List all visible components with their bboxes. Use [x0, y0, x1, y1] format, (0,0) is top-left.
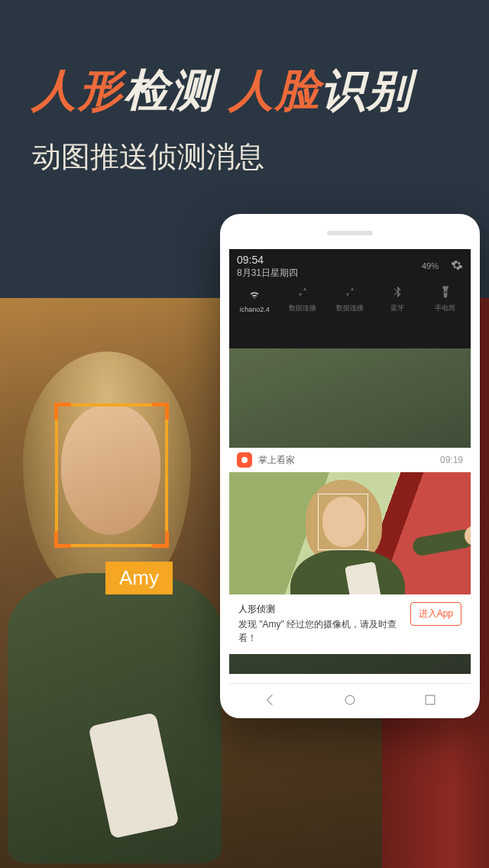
qs-bluetooth[interactable]: 蓝牙 [374, 285, 421, 313]
notification-card[interactable]: 掌上看家 09:19 人形侦测 发现 "Amy" 经过您的摄像机，请及时查看！ … [229, 448, 471, 654]
phone-mockup: 09:54 8月31日星期四 49% ichano2.4 [220, 214, 480, 718]
roaming-icon [343, 285, 357, 300]
qs-bluetooth-label: 蓝牙 [390, 303, 404, 313]
qs-flashlight[interactable]: 手电筒 [422, 285, 469, 313]
quick-settings-row: ichano2.4 数据连接 数据连接 蓝牙 手电筒 [229, 280, 471, 319]
face-detection-box [55, 403, 168, 547]
headline-word-1: 人形 [32, 65, 124, 115]
qs-data-label: 数据连接 [289, 303, 316, 313]
android-nav-bar [229, 683, 471, 718]
bluetooth-icon [390, 285, 404, 300]
headline-word-2: 检测 [124, 65, 215, 115]
status-time: 09:54 [237, 254, 298, 267]
data-icon [296, 285, 309, 300]
battery-percent: 49% [422, 261, 439, 270]
qs-wifi-label: ichano2.4 [240, 306, 270, 313]
phone-screen: 09:54 8月31日星期四 49% ichano2.4 [229, 249, 471, 674]
flashlight-icon [439, 285, 452, 300]
svg-point-3 [345, 695, 355, 704]
qs-roaming-label: 数据连接 [336, 303, 364, 313]
subject-graphic: Amy [0, 321, 237, 868]
notification-time: 09:19 [440, 455, 463, 465]
qs-roaming[interactable]: 数据连接 [326, 285, 374, 313]
notification-shade[interactable]: 09:54 8月31日星期四 49% ichano2.4 [229, 249, 471, 348]
notification-body: 发现 "Amy" 经过您的摄像机，请及时查看！ [238, 617, 403, 645]
notification-image [229, 472, 471, 594]
nav-recent-button[interactable] [423, 692, 438, 711]
qs-flashlight-label: 手电筒 [435, 303, 455, 313]
qs-wifi[interactable]: ichano2.4 [231, 287, 278, 313]
gear-icon[interactable] [451, 259, 463, 273]
notification-title: 人形侦测 [238, 602, 403, 616]
nav-home-button[interactable] [342, 692, 358, 711]
status-date: 8月31日星期四 [237, 267, 298, 279]
headline-word-4: 识别 [321, 65, 413, 115]
headline: 人形检测 人脸识别 [32, 61, 466, 121]
face-label-tag: Amy [105, 562, 173, 594]
enter-app-button[interactable]: 进入App [410, 602, 461, 626]
headline-word-3: 人脸 [229, 65, 321, 115]
qs-data[interactable]: 数据连接 [278, 285, 325, 313]
subheadline: 动图推送侦测消息 [32, 138, 264, 177]
notification-app-name: 掌上看家 [258, 454, 295, 467]
phone-speaker [327, 231, 373, 235]
svg-rect-4 [426, 695, 435, 704]
app-icon [237, 452, 252, 468]
wifi-icon [248, 287, 261, 303]
mini-face-box [318, 494, 368, 550]
nav-back-button[interactable] [262, 692, 277, 711]
